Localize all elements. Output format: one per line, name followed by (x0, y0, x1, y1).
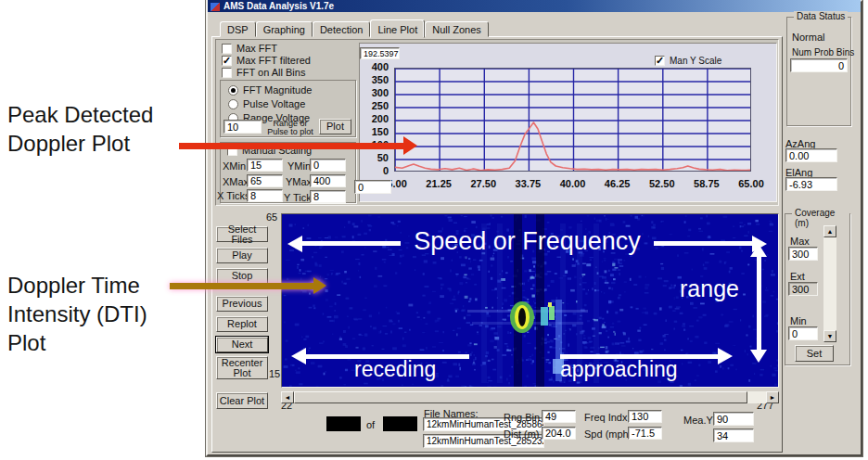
scroll-up-icon[interactable]: ▲ (823, 225, 836, 237)
xticks-label: X Ticks (217, 190, 249, 201)
tab-dsp[interactable]: DSP (220, 21, 256, 37)
rng-bin-field[interactable]: 49 (542, 410, 576, 423)
num-prob-bins-field[interactable]: 0 (790, 58, 848, 72)
fft-magnitude-label: FFT Magnitude (243, 84, 312, 96)
previous-button[interactable]: Previous (216, 296, 268, 312)
max-fft-checkbox[interactable] (222, 44, 232, 54)
tab-graphing[interactable]: Graphing (256, 21, 313, 37)
coverage-max-label: Max (790, 236, 810, 247)
recenter-plot-button[interactable]: Recenter Plot (216, 356, 268, 379)
pulse-voltage-radio[interactable] (228, 99, 238, 109)
man-y-scale-label: Man Y Scale (670, 56, 721, 66)
x-tick-label: 65.00 (731, 178, 772, 189)
arrow-right-icon (313, 277, 326, 294)
y-tick-label: 250 (372, 100, 389, 111)
meay-field-1[interactable]: 90 (713, 412, 754, 426)
status-value: Normal (792, 32, 824, 43)
fft-all-bins-label: FFT on All Bins (236, 67, 305, 78)
dti-overlay-receding-label: receding (354, 357, 436, 382)
dti-callout: Doppler Time Intensity (DTI) Plot (7, 271, 147, 357)
azang-field[interactable]: 0.00 (785, 148, 837, 162)
dist-label: Dist (m) (504, 428, 540, 440)
range-arrow (750, 244, 767, 363)
man-y-scale-row[interactable]: Man Y Scale (655, 56, 721, 66)
checkbox-row[interactable]: Max FFT filtered (222, 55, 311, 66)
select-files-button[interactable]: Select Files (216, 226, 268, 242)
freq-indx-label: Freq Indx (584, 412, 627, 423)
arrow-left-icon (287, 236, 302, 252)
fft-all-bins-checkbox[interactable] (222, 68, 232, 78)
coverage-scrollbar[interactable]: ▲ ▼ (823, 225, 836, 342)
scrollbar-thumb[interactable] (294, 391, 747, 403)
coverage-min-field[interactable]: 0 (788, 326, 818, 340)
ymax-label: YMax (286, 176, 312, 187)
dti-overlay-top-label: Speed or Frequency (414, 227, 641, 256)
elang-field[interactable]: -6.93 (785, 177, 837, 191)
x-tick-label: 27.50 (463, 178, 504, 189)
freq-indx-field[interactable]: 130 (628, 410, 662, 423)
plot-button[interactable]: Plot (319, 119, 351, 134)
meay-label: Mea.Y (683, 415, 713, 426)
coverage-ext-label: Ext (790, 271, 805, 282)
checkbox-row[interactable]: Max FFT (222, 43, 277, 54)
tab-line-plot[interactable]: Line Plot (370, 19, 425, 38)
tab-detection[interactable]: Detection (313, 21, 370, 37)
max-fft-filtered-checkbox[interactable] (222, 56, 232, 66)
xmax-input[interactable]: 65 (247, 174, 283, 187)
x-tick-label: 46.25 (597, 178, 638, 189)
radio-row[interactable]: Pulse Voltage (228, 98, 305, 109)
dti-plot[interactable]: Speed or Frequency range receding approa… (281, 213, 779, 388)
y-tick-label: 0 (383, 165, 389, 176)
replot-button[interactable]: Replot (216, 316, 268, 332)
num-prob-bins-label: Num Prob Bins (792, 47, 854, 58)
arrow-right-icon (403, 136, 417, 155)
set-button[interactable]: Set (795, 345, 834, 362)
coverage-label: Coverage (m) (792, 208, 849, 228)
arrow-right-icon (718, 348, 733, 364)
spd-field[interactable]: -71.5 (628, 427, 662, 440)
red-callout-arrow (179, 136, 417, 155)
line-plot-chart[interactable] (394, 68, 751, 172)
xmin-label: XMin (223, 160, 246, 172)
scroll-down-icon[interactable]: ▼ (823, 330, 836, 342)
man-y-scale-checkbox[interactable] (655, 56, 665, 66)
max-fft-filtered-label: Max FFT filtered (236, 55, 311, 66)
dist-field[interactable]: 204.0 (542, 427, 576, 440)
file-index-display (326, 416, 361, 431)
y-tick-label: 400 (372, 61, 389, 72)
ymax-input[interactable]: 400 (310, 174, 346, 187)
meay-field-2[interactable]: 34 (713, 428, 754, 442)
scroll-right-icon[interactable]: ► (766, 391, 779, 403)
dti-horizontal-scrollbar[interactable]: ◄ ► (281, 391, 779, 403)
title-bar[interactable]: AMS Data Analysis V1.7e (208, 0, 861, 12)
x-tick-label: 52.50 (642, 178, 683, 189)
range-to-plot-input[interactable]: 10 (223, 120, 262, 134)
x-tick-label: 21.25 (418, 178, 459, 189)
ymin-input[interactable]: 0 (310, 159, 346, 172)
peak-readout: 192.5397 (360, 47, 400, 59)
fft-magnitude-radio[interactable] (228, 85, 238, 96)
rng-bin-label: Rng Bin (504, 412, 540, 423)
speed-frequency-arrow: Speed or Frequency (287, 229, 767, 258)
pulse-voltage-label: Pulse Voltage (243, 98, 305, 109)
next-button[interactable]: Next (216, 337, 268, 352)
yticks-input[interactable]: 8 (310, 190, 346, 203)
dti-ymax-label: 65 (266, 211, 277, 223)
checkbox-row[interactable]: FFT on All Bins (222, 67, 305, 78)
tab-null-zones[interactable]: Null Zones (425, 21, 489, 37)
coverage-ext-field: 300 (788, 282, 818, 296)
arrow-left-icon (291, 348, 306, 364)
play-button[interactable]: Play (216, 248, 268, 263)
arrow-down-icon (750, 350, 767, 363)
xticks-input[interactable]: 8 (247, 189, 283, 202)
scroll-left-icon[interactable]: ◄ (281, 391, 294, 403)
chart-bottom-left-input[interactable]: 0 (354, 180, 391, 194)
x-axis-labels: 15.0021.2527.5033.7540.0046.2552.5058.75… (394, 178, 751, 191)
coverage-max-field[interactable]: 300 (788, 247, 818, 261)
radio-row[interactable]: FFT Magnitude (228, 84, 312, 96)
peak-doppler-callout: Peak Detected Doppler Plot (7, 100, 153, 158)
clear-plot-button[interactable]: Clear Plot (216, 392, 268, 409)
xmin-input[interactable]: 15 (247, 159, 283, 172)
y-tick-label: 350 (372, 74, 389, 85)
y-tick-label: 200 (372, 113, 389, 124)
